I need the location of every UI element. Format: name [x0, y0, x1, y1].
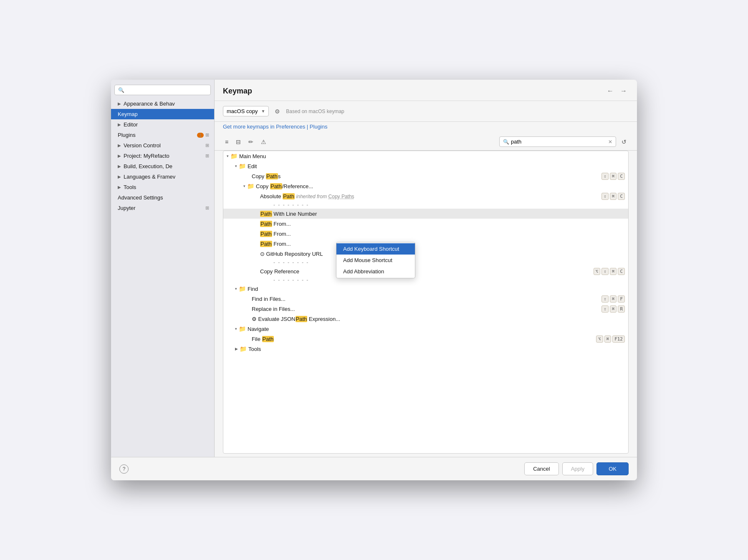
chevron-right-icon: ▶ — [118, 164, 121, 169]
forward-button[interactable]: → — [619, 86, 629, 96]
copy-paths-link[interactable]: Copy Paths — [329, 194, 354, 199]
search-highlight: Path — [260, 221, 272, 227]
chevron-down-icon[interactable]: ▾ — [235, 327, 237, 331]
chevron-down-icon[interactable]: ▾ — [235, 164, 237, 168]
sidebar-item-advanced[interactable]: Advanced Settings — [111, 192, 214, 203]
tree-row[interactable]: File Path ⌥ ⌘ F12 — [223, 334, 628, 344]
sidebar-item-version-control[interactable]: ▶ Version Control ⊞ — [111, 140, 214, 151]
sidebar-item-label: Version Control — [124, 142, 161, 149]
expand-all-button[interactable]: ≡ — [223, 137, 230, 146]
cancel-button[interactable]: Cancel — [524, 462, 558, 475]
footer-buttons: Cancel Apply OK — [524, 462, 629, 475]
tree-row[interactable]: Path With Line Number — [223, 209, 628, 219]
keyboard-shortcut-key: ⇧ — [601, 193, 609, 200]
folder-icon: 📁 — [239, 163, 246, 169]
keymap-tree: ▾ 📁 Main Menu ▾ 📁 Edit Copy Paths ⇧ ⌘ — [223, 151, 629, 454]
restore-defaults-button[interactable]: ↺ — [619, 137, 629, 146]
sidebar-item-label: Advanced Settings — [118, 194, 163, 201]
tree-row[interactable]: ▾ 📁 Copy Path/Reference... — [223, 181, 628, 191]
chevron-down-icon[interactable]: ▾ — [243, 184, 245, 188]
keymap-dropdown[interactable]: macOS copy ▼ — [223, 106, 269, 116]
tree-row[interactable]: ⚙ Evaluate JSONPath Expression... — [223, 314, 628, 324]
sidebar-item-plugins[interactable]: Plugins 1 ⊞ — [111, 130, 214, 140]
dialog-body: 🔍 ▶ Appearance & Behav Keymap ▶ Editor P… — [111, 80, 637, 457]
get-more-keymaps-link[interactable]: Get more keymaps in Preferences | Plugin… — [223, 124, 328, 130]
sidebar-search-box[interactable]: 🔍 — [114, 85, 211, 95]
tree-row[interactable]: Path From... — [223, 219, 628, 229]
keymap-settings-button[interactable]: ⚙ — [273, 106, 282, 116]
plugins-badge: 1 — [197, 133, 204, 138]
tree-node-label: Main Menu — [239, 153, 625, 159]
chevron-right-icon[interactable]: ▶ — [235, 347, 238, 351]
tree-separator: - - - - - - - - — [223, 259, 628, 266]
chevron-right-icon: ▶ — [118, 154, 121, 158]
tree-row[interactable]: Path From... — [223, 229, 628, 239]
back-button[interactable]: ← — [605, 86, 615, 96]
tree-row[interactable]: Replace in Files... ⇧ ⌘ R — [223, 304, 628, 314]
keyboard-shortcut-key: F12 — [612, 335, 625, 343]
tree-row[interactable]: Copy Paths ⇧ ⌘ C — [223, 171, 628, 181]
keyboard-shortcut-key: ⇧ — [601, 295, 609, 303]
sidebar: 🔍 ▶ Appearance & Behav Keymap ▶ Editor P… — [111, 80, 215, 457]
sidebar-search-input[interactable] — [126, 87, 207, 93]
tree-row[interactable]: ▶ 📁 Tools — [223, 344, 628, 354]
keymap-search-input[interactable] — [511, 139, 606, 145]
folder-icon: 📁 — [230, 153, 238, 159]
sidebar-item-languages[interactable]: ▶ Languages & Framev — [111, 172, 214, 182]
inherited-note: inherited from — [296, 194, 327, 199]
keyboard-shortcut-key: ⌘ — [610, 295, 617, 303]
tree-row[interactable]: ▾ 📁 Edit — [223, 161, 628, 171]
sidebar-item-appearance[interactable]: ▶ Appearance & Behav — [111, 98, 214, 109]
ok-button[interactable]: OK — [596, 462, 629, 475]
tree-row[interactable]: ▾ 📁 Main Menu — [223, 151, 628, 161]
keyboard-shortcut-key: ⌘ — [610, 305, 617, 313]
search-clear-button[interactable]: ✕ — [608, 139, 612, 145]
tree-shortcut: ⇧ ⌘ C — [601, 173, 625, 180]
chevron-down-icon[interactable]: ▾ — [235, 287, 237, 291]
settings-dialog: 🔍 ▶ Appearance & Behav Keymap ▶ Editor P… — [111, 80, 637, 480]
search-highlight: Path — [283, 193, 295, 199]
sidebar-item-editor[interactable]: ▶ Editor — [111, 119, 214, 130]
apply-button[interactable]: Apply — [562, 462, 594, 475]
sidebar-item-label: Jupyter — [118, 205, 136, 211]
keymap-search-field[interactable]: 🔍 ✕ — [499, 136, 616, 147]
sidebar-item-project[interactable]: ▶ Project: MyRefacto ⊞ — [111, 151, 214, 161]
tree-shortcut: ⇧ ⌘ F — [601, 295, 625, 303]
sidebar-item-label: Tools — [124, 184, 136, 190]
tree-row[interactable]: Find in Files... ⇧ ⌘ F — [223, 294, 628, 304]
chevron-down-icon[interactable]: ▾ — [227, 154, 229, 158]
show-conflicts-button[interactable]: ⚠ — [259, 137, 268, 146]
chevron-right-icon: ▶ — [118, 174, 121, 179]
tree-row[interactable]: ⊙ GitHub Repository URL — [223, 249, 628, 259]
search-highlight: Path — [296, 316, 308, 322]
tree-node-label: Path With Line Number — [260, 211, 625, 217]
tree-row[interactable]: Copy Reference ⌥ ⇧ ⌘ C — [223, 266, 628, 276]
edit-shortcut-button[interactable]: ✏ — [246, 137, 255, 146]
tree-node-label: Find — [248, 286, 625, 292]
jupyter-icon: ⊞ — [205, 205, 209, 211]
help-button[interactable]: ? — [119, 464, 129, 474]
sidebar-item-jupyter[interactable]: Jupyter ⊞ — [111, 203, 214, 213]
keyboard-shortcut-key: ⌥ — [594, 268, 601, 275]
tree-row[interactable]: ▾ 📁 Find — [223, 284, 628, 294]
add-abbreviation-menuitem[interactable]: Add Abbreviation — [336, 266, 415, 277]
tree-separator: - - - - - - - - — [223, 201, 628, 209]
collapse-all-button[interactable]: ⊟ — [234, 137, 243, 146]
sidebar-item-keymap[interactable]: Keymap — [111, 109, 214, 119]
tree-row[interactable]: Path From... — [223, 239, 628, 249]
based-on-text: Based on macOS keymap — [286, 108, 344, 114]
tree-shortcut: ⌥ ⇧ ⌘ C — [594, 268, 625, 275]
sidebar-item-build[interactable]: ▶ Build, Execution, De — [111, 161, 214, 172]
keymap-controls: macOS copy ▼ ⚙ Based on macOS keymap — [215, 101, 637, 122]
tree-row[interactable]: ▾ 📁 Navigate — [223, 324, 628, 334]
add-keyboard-shortcut-menuitem[interactable]: Add Keyboard Shortcut — [336, 243, 415, 255]
chevron-right-icon: ▶ — [118, 143, 121, 148]
tree-node-label: Copy Paths — [252, 173, 601, 179]
search-highlight: Path — [262, 336, 274, 342]
keyboard-shortcut-key: ⇧ — [601, 305, 609, 313]
sidebar-item-tools[interactable]: ▶ Tools — [111, 182, 214, 192]
keymap-value: macOS copy — [227, 108, 258, 114]
tree-node-label: Navigate — [248, 326, 625, 332]
add-mouse-shortcut-menuitem[interactable]: Add Mouse Shortcut — [336, 255, 415, 266]
tree-row[interactable]: Absolute Path inherited from Copy Paths … — [223, 191, 628, 201]
